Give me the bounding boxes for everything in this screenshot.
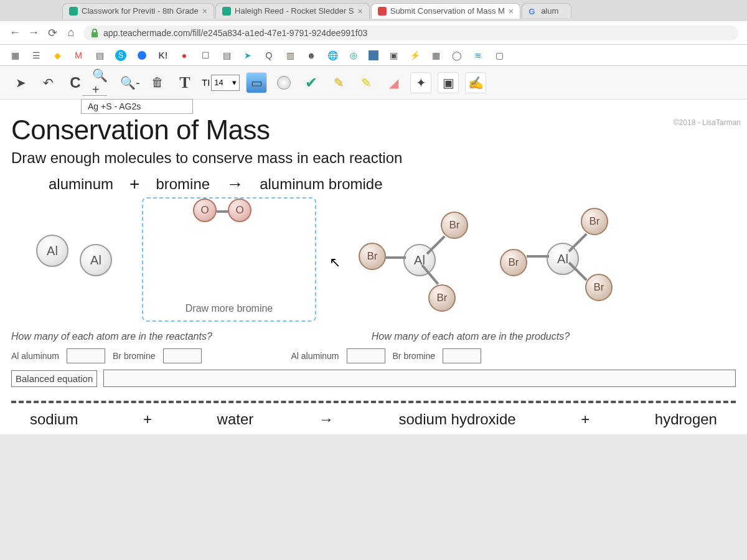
tab-label: Classwork for Previti - 8th Grade xyxy=(82,6,199,16)
close-icon[interactable]: × xyxy=(509,6,514,16)
input-al-reactants[interactable] xyxy=(67,348,105,363)
highlighter-tool[interactable]: ✎ xyxy=(355,72,377,93)
pic-icon[interactable]: ▦ xyxy=(430,49,442,62)
atom-al[interactable]: Al xyxy=(80,244,112,276)
question-reactants: How many of each atom are in the reactan… xyxy=(11,331,359,342)
atom-o[interactable]: O xyxy=(228,198,251,222)
atom-al[interactable]: Al xyxy=(36,235,68,267)
record-icon[interactable]: ● xyxy=(178,49,190,62)
tab-rocket[interactable]: Haleigh Reed - Rocket Sledder S × xyxy=(215,3,370,19)
address-bar: ← → ⟳ ⌂ app.teachermade.com/fill/e245a83… xyxy=(0,21,747,45)
box-icon[interactable]: ▢ xyxy=(493,49,505,62)
drive-icon[interactable]: ◆ xyxy=(51,49,63,62)
apps-icon[interactable]: ▦ xyxy=(9,49,21,62)
check-tool[interactable]: ✔ xyxy=(301,72,322,93)
canvas-icon[interactable]: ▤ xyxy=(93,49,106,62)
aluminum-reactant-zone: Al Al xyxy=(11,194,142,331)
circle-icon[interactable] xyxy=(136,49,148,62)
home-button[interactable]: ⌂ xyxy=(65,26,77,39)
draw-more-hint: Draw more bromine xyxy=(186,303,273,314)
atom-br[interactable]: Br xyxy=(441,212,468,239)
circle2-icon[interactable]: ◯ xyxy=(451,49,463,62)
label-br-products: Br bromine xyxy=(393,351,435,361)
back-button[interactable]: ← xyxy=(9,26,21,39)
image-tool[interactable]: ▭ xyxy=(246,72,267,93)
stack-icon[interactable]: ≋ xyxy=(472,49,484,62)
stripes-icon[interactable]: ▥ xyxy=(284,49,296,62)
zoom-in-button[interactable]: 🔍+ xyxy=(92,72,113,93)
tab-conservation[interactable]: Submit Conservation of Mass M × xyxy=(371,3,520,19)
smile-icon[interactable]: ☻ xyxy=(305,49,317,62)
bond xyxy=(385,256,406,259)
worksheet-body: Conservation of Mass Draw enough molecul… xyxy=(0,100,747,434)
document-name[interactable]: Ag +S - AG2s xyxy=(81,99,193,114)
kahoot-icon[interactable]: K! xyxy=(157,49,169,62)
atom-br[interactable]: Br xyxy=(359,243,386,270)
circle-tool[interactable] xyxy=(273,72,294,93)
text-tool[interactable]: T xyxy=(174,72,195,93)
arrow-symbol: → xyxy=(226,174,243,194)
menu-icon[interactable]: ▤ xyxy=(220,49,233,62)
atom-o[interactable]: O xyxy=(193,198,217,222)
bromine-drop-zone[interactable]: O O Draw more bromine xyxy=(142,197,316,322)
pointer-tool[interactable]: ➤ xyxy=(10,72,31,93)
google-icon: G xyxy=(529,7,537,16)
chevron-down-icon: ▾ xyxy=(232,78,237,87)
url-bar[interactable]: app.teachermade.com/fill/e245a834-a1ed-4… xyxy=(83,26,738,40)
cursor-column: ↖ xyxy=(316,194,354,331)
forward-button[interactable]: → xyxy=(27,26,40,39)
zoom-out-button[interactable]: 🔍- xyxy=(120,72,141,93)
input-br-reactants[interactable] xyxy=(163,348,202,363)
reload-button[interactable]: ⟳ xyxy=(46,26,59,40)
input-al-products[interactable] xyxy=(347,348,385,363)
arrow-symbol: → xyxy=(319,411,334,428)
record-tool[interactable]: ▣ xyxy=(438,72,459,93)
globe2-icon[interactable]: 🌐 xyxy=(326,49,339,62)
font-size-select[interactable]: 14 ▾ xyxy=(211,75,240,91)
product-1: aluminum bromide xyxy=(260,175,382,193)
product-hydrogen: hydrogen xyxy=(655,411,717,428)
skype-icon[interactable]: S xyxy=(115,49,127,62)
input-br-products[interactable] xyxy=(443,348,481,363)
close-icon[interactable]: × xyxy=(202,6,207,16)
section-divider xyxy=(11,401,736,403)
atom-br[interactable]: Br xyxy=(428,284,456,312)
bolt-icon[interactable]: ⚡ xyxy=(408,49,421,62)
label-al-reactants: Al aluminum xyxy=(11,351,59,361)
tab-google[interactable]: G alum xyxy=(522,3,571,18)
reactant-sodium: sodium xyxy=(30,411,78,428)
eraser-tool[interactable]: ◢ xyxy=(383,72,404,93)
plugin-tool[interactable]: ✦ xyxy=(410,72,431,93)
product-naoh: sodium hydroxide xyxy=(399,411,516,428)
reactant-1: aluminum xyxy=(49,175,113,193)
tab-classwork[interactable]: Classwork for Previti - 8th Grade × xyxy=(62,3,214,19)
question-products: How many of each atom are in the product… xyxy=(372,331,734,342)
mail-icon[interactable]: M xyxy=(72,49,85,62)
input-balanced-equation[interactable] xyxy=(103,370,736,387)
teachermade-icon xyxy=(378,7,387,16)
plus-symbol: + xyxy=(143,411,152,428)
reactant-2: bromine xyxy=(156,175,210,193)
checkbox-icon[interactable]: ☐ xyxy=(199,49,212,62)
pen-tool[interactable]: ✍ xyxy=(465,72,486,93)
instruction-text: Draw enough molecules to conserve mass i… xyxy=(11,149,736,167)
q-icon[interactable]: Q xyxy=(263,49,275,62)
camera-icon[interactable]: ▣ xyxy=(387,49,400,62)
url-text: app.teachermade.com/fill/e245a834-a1ed-4… xyxy=(103,28,367,38)
label-br-reactants: Br bromine xyxy=(113,351,155,361)
font-size-value: 14 xyxy=(214,78,223,87)
undo-button[interactable]: ↶ xyxy=(37,72,59,93)
redo-button[interactable]: C xyxy=(65,72,86,93)
atom-br[interactable]: Br xyxy=(585,274,613,301)
target-icon[interactable]: ◎ xyxy=(347,49,360,62)
send-icon[interactable]: ➤ xyxy=(242,49,254,62)
atom-br[interactable]: Br xyxy=(581,208,608,235)
equation-1: aluminum + bromine → aluminum bromide xyxy=(11,174,736,194)
square-icon[interactable] xyxy=(369,50,378,60)
delete-button[interactable]: 🗑 xyxy=(147,72,168,93)
balanced-equation-label: Balanced equation xyxy=(11,370,97,387)
pencil-tool[interactable]: ✎ xyxy=(328,72,349,93)
atom-br[interactable]: Br xyxy=(500,249,527,276)
close-icon[interactable]: × xyxy=(358,6,363,16)
list-icon[interactable]: ☰ xyxy=(30,49,42,62)
